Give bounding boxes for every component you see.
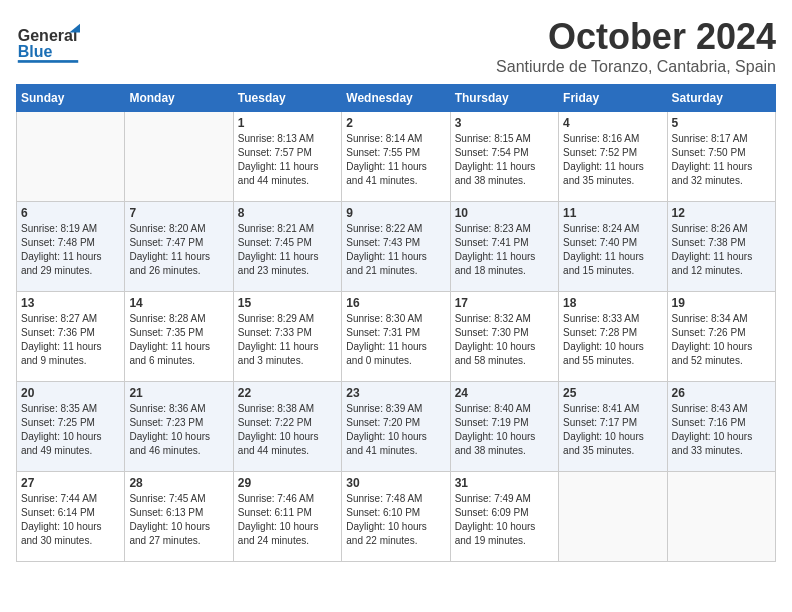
day-info: Sunrise: 8:29 AM Sunset: 7:33 PM Dayligh… — [238, 312, 337, 368]
calendar-cell — [125, 112, 233, 202]
calendar-cell: 13Sunrise: 8:27 AM Sunset: 7:36 PM Dayli… — [17, 292, 125, 382]
day-info: Sunrise: 8:35 AM Sunset: 7:25 PM Dayligh… — [21, 402, 120, 458]
weekday-header-tuesday: Tuesday — [233, 85, 341, 112]
day-info: Sunrise: 8:33 AM Sunset: 7:28 PM Dayligh… — [563, 312, 662, 368]
calendar-cell: 25Sunrise: 8:41 AM Sunset: 7:17 PM Dayli… — [559, 382, 667, 472]
calendar-table: SundayMondayTuesdayWednesdayThursdayFrid… — [16, 84, 776, 562]
day-info: Sunrise: 8:24 AM Sunset: 7:40 PM Dayligh… — [563, 222, 662, 278]
day-number: 25 — [563, 386, 662, 400]
day-info: Sunrise: 8:40 AM Sunset: 7:19 PM Dayligh… — [455, 402, 554, 458]
day-number: 10 — [455, 206, 554, 220]
day-info: Sunrise: 8:39 AM Sunset: 7:20 PM Dayligh… — [346, 402, 445, 458]
calendar-cell: 14Sunrise: 8:28 AM Sunset: 7:35 PM Dayli… — [125, 292, 233, 382]
day-number: 29 — [238, 476, 337, 490]
calendar-cell: 7Sunrise: 8:20 AM Sunset: 7:47 PM Daylig… — [125, 202, 233, 292]
calendar-cell: 5Sunrise: 8:17 AM Sunset: 7:50 PM Daylig… — [667, 112, 775, 202]
calendar-cell: 12Sunrise: 8:26 AM Sunset: 7:38 PM Dayli… — [667, 202, 775, 292]
day-number: 4 — [563, 116, 662, 130]
calendar-cell: 31Sunrise: 7:49 AM Sunset: 6:09 PM Dayli… — [450, 472, 558, 562]
weekday-header-monday: Monday — [125, 85, 233, 112]
calendar-cell: 10Sunrise: 8:23 AM Sunset: 7:41 PM Dayli… — [450, 202, 558, 292]
day-number: 16 — [346, 296, 445, 310]
day-info: Sunrise: 7:44 AM Sunset: 6:14 PM Dayligh… — [21, 492, 120, 548]
day-info: Sunrise: 8:19 AM Sunset: 7:48 PM Dayligh… — [21, 222, 120, 278]
svg-rect-3 — [18, 60, 78, 63]
calendar-week-row: 27Sunrise: 7:44 AM Sunset: 6:14 PM Dayli… — [17, 472, 776, 562]
calendar-cell: 24Sunrise: 8:40 AM Sunset: 7:19 PM Dayli… — [450, 382, 558, 472]
calendar-cell: 11Sunrise: 8:24 AM Sunset: 7:40 PM Dayli… — [559, 202, 667, 292]
day-number: 26 — [672, 386, 771, 400]
calendar-cell: 1Sunrise: 8:13 AM Sunset: 7:57 PM Daylig… — [233, 112, 341, 202]
day-info: Sunrise: 8:30 AM Sunset: 7:31 PM Dayligh… — [346, 312, 445, 368]
calendar-cell: 8Sunrise: 8:21 AM Sunset: 7:45 PM Daylig… — [233, 202, 341, 292]
day-info: Sunrise: 8:14 AM Sunset: 7:55 PM Dayligh… — [346, 132, 445, 188]
day-number: 18 — [563, 296, 662, 310]
day-number: 23 — [346, 386, 445, 400]
day-info: Sunrise: 8:36 AM Sunset: 7:23 PM Dayligh… — [129, 402, 228, 458]
calendar-cell: 9Sunrise: 8:22 AM Sunset: 7:43 PM Daylig… — [342, 202, 450, 292]
day-number: 17 — [455, 296, 554, 310]
day-info: Sunrise: 8:17 AM Sunset: 7:50 PM Dayligh… — [672, 132, 771, 188]
calendar-cell: 20Sunrise: 8:35 AM Sunset: 7:25 PM Dayli… — [17, 382, 125, 472]
logo: General Blue — [16, 16, 96, 66]
day-info: Sunrise: 8:38 AM Sunset: 7:22 PM Dayligh… — [238, 402, 337, 458]
day-number: 21 — [129, 386, 228, 400]
day-info: Sunrise: 7:48 AM Sunset: 6:10 PM Dayligh… — [346, 492, 445, 548]
calendar-cell: 21Sunrise: 8:36 AM Sunset: 7:23 PM Dayli… — [125, 382, 233, 472]
weekday-header-wednesday: Wednesday — [342, 85, 450, 112]
day-number: 19 — [672, 296, 771, 310]
day-number: 27 — [21, 476, 120, 490]
day-number: 5 — [672, 116, 771, 130]
calendar-cell: 4Sunrise: 8:16 AM Sunset: 7:52 PM Daylig… — [559, 112, 667, 202]
calendar-cell: 18Sunrise: 8:33 AM Sunset: 7:28 PM Dayli… — [559, 292, 667, 382]
day-info: Sunrise: 7:46 AM Sunset: 6:11 PM Dayligh… — [238, 492, 337, 548]
calendar-cell: 15Sunrise: 8:29 AM Sunset: 7:33 PM Dayli… — [233, 292, 341, 382]
day-number: 11 — [563, 206, 662, 220]
day-number: 20 — [21, 386, 120, 400]
day-info: Sunrise: 8:15 AM Sunset: 7:54 PM Dayligh… — [455, 132, 554, 188]
day-info: Sunrise: 8:21 AM Sunset: 7:45 PM Dayligh… — [238, 222, 337, 278]
day-number: 8 — [238, 206, 337, 220]
day-number: 15 — [238, 296, 337, 310]
day-number: 28 — [129, 476, 228, 490]
calendar-week-row: 6Sunrise: 8:19 AM Sunset: 7:48 PM Daylig… — [17, 202, 776, 292]
day-info: Sunrise: 7:49 AM Sunset: 6:09 PM Dayligh… — [455, 492, 554, 548]
calendar-cell: 26Sunrise: 8:43 AM Sunset: 7:16 PM Dayli… — [667, 382, 775, 472]
logo-svg: General Blue — [16, 16, 96, 66]
day-number: 3 — [455, 116, 554, 130]
calendar-cell — [17, 112, 125, 202]
calendar-cell: 19Sunrise: 8:34 AM Sunset: 7:26 PM Dayli… — [667, 292, 775, 382]
calendar-cell: 28Sunrise: 7:45 AM Sunset: 6:13 PM Dayli… — [125, 472, 233, 562]
day-number: 6 — [21, 206, 120, 220]
calendar-header: SundayMondayTuesdayWednesdayThursdayFrid… — [17, 85, 776, 112]
calendar-week-row: 13Sunrise: 8:27 AM Sunset: 7:36 PM Dayli… — [17, 292, 776, 382]
calendar-cell: 6Sunrise: 8:19 AM Sunset: 7:48 PM Daylig… — [17, 202, 125, 292]
svg-text:Blue: Blue — [18, 43, 53, 60]
calendar-cell — [559, 472, 667, 562]
day-number: 12 — [672, 206, 771, 220]
day-info: Sunrise: 8:16 AM Sunset: 7:52 PM Dayligh… — [563, 132, 662, 188]
day-number: 14 — [129, 296, 228, 310]
day-info: Sunrise: 8:26 AM Sunset: 7:38 PM Dayligh… — [672, 222, 771, 278]
title-section: October 2024 Santiurde de Toranzo, Canta… — [496, 16, 776, 76]
weekday-header-saturday: Saturday — [667, 85, 775, 112]
calendar-week-row: 20Sunrise: 8:35 AM Sunset: 7:25 PM Dayli… — [17, 382, 776, 472]
day-number: 1 — [238, 116, 337, 130]
day-info: Sunrise: 7:45 AM Sunset: 6:13 PM Dayligh… — [129, 492, 228, 548]
day-info: Sunrise: 8:22 AM Sunset: 7:43 PM Dayligh… — [346, 222, 445, 278]
day-number: 22 — [238, 386, 337, 400]
day-info: Sunrise: 8:28 AM Sunset: 7:35 PM Dayligh… — [129, 312, 228, 368]
calendar-body: 1Sunrise: 8:13 AM Sunset: 7:57 PM Daylig… — [17, 112, 776, 562]
calendar-cell: 29Sunrise: 7:46 AM Sunset: 6:11 PM Dayli… — [233, 472, 341, 562]
weekday-header-friday: Friday — [559, 85, 667, 112]
day-number: 9 — [346, 206, 445, 220]
calendar-cell — [667, 472, 775, 562]
weekday-header-sunday: Sunday — [17, 85, 125, 112]
day-info: Sunrise: 8:20 AM Sunset: 7:47 PM Dayligh… — [129, 222, 228, 278]
calendar-week-row: 1Sunrise: 8:13 AM Sunset: 7:57 PM Daylig… — [17, 112, 776, 202]
calendar-cell: 27Sunrise: 7:44 AM Sunset: 6:14 PM Dayli… — [17, 472, 125, 562]
day-number: 7 — [129, 206, 228, 220]
calendar-cell: 2Sunrise: 8:14 AM Sunset: 7:55 PM Daylig… — [342, 112, 450, 202]
day-number: 30 — [346, 476, 445, 490]
location-subtitle: Santiurde de Toranzo, Cantabria, Spain — [496, 58, 776, 76]
